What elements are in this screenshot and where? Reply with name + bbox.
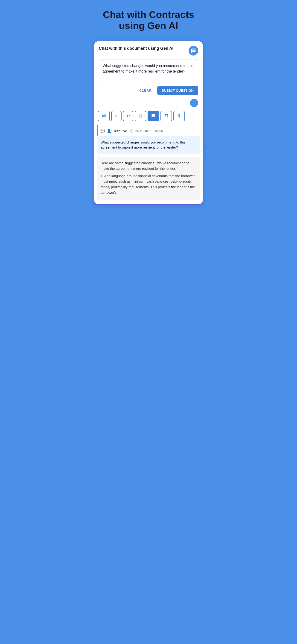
chat-card: Chat with this document using Gen AI Wha… [94,41,203,204]
plus-button[interactable]: + [190,99,198,107]
hero-section: Chat with Contracts using Gen AI [91,0,206,38]
user-question-bubble: What suggested changes would you recomme… [97,136,200,154]
reply-icon: ↩ [127,114,130,118]
more-options-icon[interactable]: ⋮ [192,128,196,134]
calendar-icon [164,114,168,118]
ai-response-text: Here are some suggested changes I would … [100,160,196,195]
user-name: Test Five [113,129,127,133]
tab-document[interactable] [135,111,146,122]
card-header: Chat with this document using Gen AI [94,41,203,59]
plus-btn-row: + [94,99,203,111]
user-avatar-icon: 👤 [107,129,112,133]
tab-all-label: All [102,114,106,118]
message-chat-icon: 💬 [100,129,105,133]
clear-button[interactable]: CLEAR [138,86,154,95]
response-intro: Here are some suggested changes I would … [100,160,196,171]
tab-attachment[interactable] [173,111,185,122]
response-item-1: 1. Add language around financial covenan… [100,173,196,195]
message-meta: 💬 👤 Test Five 🕐 26.11.2023 13:39:55 ⋮ [98,125,200,136]
clock-icon: 🕐 [130,129,134,133]
check-icon: ✓ [115,114,118,118]
action-buttons: CLEAR SUBMIT QUESTION [94,86,203,99]
chat-bubble-icon [188,46,198,56]
attachment-icon [177,114,181,118]
user-question-text: What suggested changes would you recomme… [100,140,196,150]
tab-check[interactable]: ✓ [111,111,122,122]
active-chat-icon [151,114,156,118]
ai-response-bubble: Here are some suggested changes I would … [97,156,200,200]
message-section: 💬 👤 Test Five 🕐 26.11.2023 13:39:55 ⋮ [97,125,200,136]
submit-button[interactable]: SUBMIT QUESTION [157,86,198,95]
question-input-area[interactable]: What suggested changes would you recomme… [99,59,198,82]
tab-all[interactable]: All [98,111,110,122]
tab-reply[interactable]: ↩ [123,111,133,122]
tab-calendar[interactable] [160,111,172,122]
chat-icon [191,48,196,53]
tab-chat[interactable] [148,111,159,122]
card-title: Chat with this document using Gen AI [99,46,173,51]
question-text: What suggested changes would you recomme… [103,63,194,74]
document-icon [138,114,142,118]
hero-title: Chat with Contracts using Gen AI [96,9,202,32]
filter-tabs: All ✓ ↩ [94,111,203,125]
message-timestamp: 26.11.2023 13:39:55 [136,129,163,133]
